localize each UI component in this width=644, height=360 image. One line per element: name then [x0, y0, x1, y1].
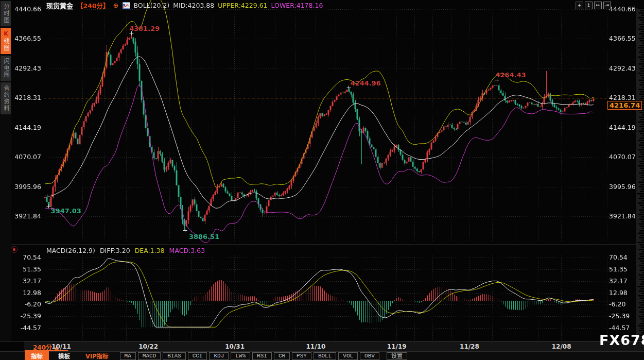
y-axis-label: 3921.84 — [609, 212, 640, 220]
boll-lower-value: LOWER:4178.16 — [271, 2, 323, 9]
sidebar-tab-K线图[interactable]: K线图 — [1, 28, 11, 54]
x-axis-date-label: 12/08 — [552, 343, 571, 350]
trading-app-window: 分时图K线图闪电图合约资料 现货黄金 【240分】 ⊕ BOLL(20,2) M… — [0, 0, 644, 360]
sidebar-tab-合约资料[interactable]: 合约资料 — [1, 82, 11, 114]
price-annotation: 4381.29 — [129, 25, 160, 32]
toolbar-button-指标[interactable]: 指标 — [25, 351, 49, 360]
sidebar-tab-分时图[interactable]: 分时图 — [1, 1, 11, 26]
y-axis-label: 4070.07 — [609, 153, 640, 161]
y-axis-label: 51.35 — [609, 265, 640, 273]
y-axis-label: -44.57 — [609, 324, 640, 332]
y-axis-label: 12.98 — [10, 289, 41, 297]
indicator-toolbar: 指标模板VIP指标MAMACDBIASCCIKDJLW%RSICRPSYBOLL… — [0, 351, 644, 360]
y-axis-label: 4070.07 — [10, 153, 41, 161]
x-axis-date-label: 11/10 — [306, 343, 326, 350]
y-scale-icon[interactable]: ↥ — [585, 2, 593, 9]
y-axis-label: 4366.55 — [609, 35, 640, 42]
y-axis-label: 3921.84 — [10, 212, 41, 220]
mini-chart-icon[interactable] — [123, 2, 130, 9]
x-axis-date-label: 11/28 — [460, 343, 479, 350]
indicator-alert-icon[interactable] — [11, 246, 18, 253]
boll-params-label: BOLL(20,2) — [134, 2, 170, 9]
toolbar-button-BIAS[interactable]: BIAS — [163, 352, 185, 360]
shift-right-icon[interactable]: ⇥ — [603, 2, 611, 9]
y-axis-label: 4440.66 — [10, 5, 41, 13]
toolbar-button-PSY[interactable]: PSY — [292, 352, 311, 360]
chart-header: 现货黄金 【240分】 ⊕ BOLL(20,2) MID:4203.88 UPP… — [46, 1, 323, 10]
x-axis-date-label: 10/11 — [51, 343, 71, 350]
toolbar-button-设置[interactable]: 设置 — [387, 352, 407, 360]
y-axis-label: 4218.31 — [10, 94, 41, 101]
crosshair-icon[interactable]: + — [576, 2, 583, 9]
toolbar-button-VOL[interactable]: VOL — [338, 352, 358, 360]
x-axis-date-label: 10/31 — [225, 343, 245, 350]
y-axis-label: -44.57 — [10, 324, 41, 332]
add-indicator-icon[interactable]: ⊕ — [113, 2, 119, 9]
y-axis-label: -25.39 — [609, 312, 640, 320]
y-axis-label: 32.17 — [609, 277, 640, 285]
x-axis-date-label: 10/22 — [138, 343, 158, 350]
price-annotation: 3947.03 — [51, 207, 81, 215]
boll-mid-value: MID:4203.88 — [173, 2, 214, 9]
boll-upper-value: UPPER:4229.61 — [218, 2, 267, 9]
y-axis-label: 12.98 — [609, 289, 640, 297]
macd-macd-value: MACD:3.63 — [169, 247, 205, 254]
axis-corner — [0, 341, 24, 352]
y-axis-label: 3995.96 — [10, 183, 41, 191]
y-axis-label: -6.20 — [10, 300, 41, 308]
x-scale-icon[interactable]: ↦ — [594, 2, 602, 9]
y-axis-label: 70.54 — [10, 253, 41, 261]
y-axis-label: 4144.19 — [609, 124, 640, 131]
y-axis-label: 32.17 — [10, 277, 41, 285]
date-axis-row: 240分 ▲ 10/1110/2210/3111/1011/1911/2812/… — [0, 341, 644, 352]
price-annotation: 3886.51 — [189, 233, 219, 241]
toolbar-button-RSI[interactable]: RSI — [252, 352, 272, 360]
macd-dea-value: DEA:1.38 — [135, 247, 165, 254]
toolbar-button-KDJ[interactable]: KDJ — [209, 352, 229, 360]
macd-diff-value: DIFF:3.20 — [100, 247, 130, 254]
current-price-badge: 4216.74 — [607, 101, 642, 110]
toolbar-button-OBV[interactable]: OBV — [360, 352, 379, 360]
chart-toolbar-icons: +↥↦⇥ — [576, 2, 611, 9]
toolbar-button-MACD[interactable]: MACD — [138, 352, 161, 360]
y-axis-label: 51.35 — [10, 265, 41, 273]
toolbar-button-VIP指标[interactable]: VIP指标 — [80, 351, 114, 360]
chart-type-sidebar: 分时图K线图闪电图合约资料 — [0, 0, 11, 341]
candlestick-chart-canvas[interactable] — [0, 0, 644, 360]
instrument-title: 现货黄金 — [46, 1, 73, 10]
toolbar-button-LW%[interactable]: LW% — [231, 352, 250, 360]
y-axis-label: 4440.66 — [609, 5, 640, 13]
price-annotation: 4264.43 — [496, 71, 526, 79]
y-axis-label: 70.54 — [609, 253, 640, 261]
macd-header: MACD(26,12,9) DIFF:3.20 DEA:1.38 MACD:3.… — [46, 247, 205, 254]
toolbar-button-模板[interactable]: 模板 — [53, 351, 75, 360]
y-axis-label: 4292.43 — [10, 64, 41, 72]
y-axis-label: -6.20 — [609, 300, 640, 308]
toolbar-button-BOLL[interactable]: BOLL — [314, 352, 336, 360]
y-axis-label: 4366.55 — [10, 35, 41, 42]
y-axis-label: 4292.43 — [609, 64, 640, 72]
toolbar-button-MA[interactable]: MA — [120, 352, 136, 360]
timeframe-label[interactable]: 【240分】 — [77, 1, 110, 10]
x-axis-date-label: 11/19 — [387, 343, 407, 350]
sidebar-tab-闪电图[interactable]: 闪电图 — [1, 56, 11, 81]
y-axis-label: 4144.19 — [10, 124, 41, 131]
price-annotation: 4244.96 — [351, 79, 381, 87]
toolbar-button-CCI[interactable]: CCI — [188, 352, 207, 360]
macd-params-label: MACD(26,12,9) — [46, 247, 95, 254]
toolbar-button-CR[interactable]: CR — [274, 352, 290, 360]
y-axis-label: 3995.96 — [609, 183, 640, 191]
fx678-watermark: FX678 — [599, 332, 644, 348]
y-axis-label: -25.39 — [10, 312, 41, 320]
